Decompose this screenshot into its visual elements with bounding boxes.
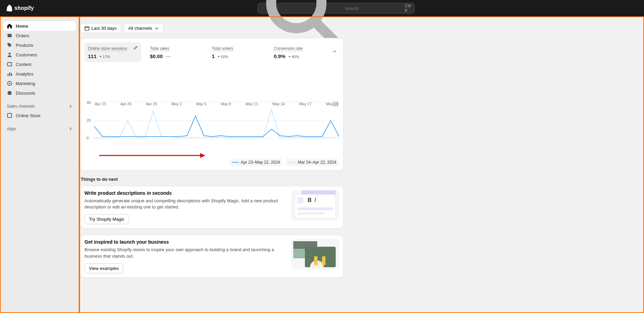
todo-title: Write product descriptions in seconds bbox=[85, 190, 286, 196]
nav-label: Online Store bbox=[16, 113, 40, 118]
nav-label: Orders bbox=[16, 33, 29, 38]
chart-lines bbox=[94, 102, 339, 139]
metric-label: Total orders bbox=[212, 46, 233, 51]
nav-label: Home bbox=[16, 24, 28, 29]
date-range-filter[interactable]: Last 30 days bbox=[80, 23, 121, 33]
metric-total-sales[interactable]: Total sales $0.00— bbox=[146, 42, 203, 62]
svg-point-10 bbox=[8, 91, 12, 95]
nav-label: Analytics bbox=[16, 71, 34, 77]
todo-magic-card: ⋯ Write product descriptions in seconds … bbox=[80, 186, 344, 229]
svg-rect-23 bbox=[297, 212, 325, 215]
svg-rect-5 bbox=[8, 74, 9, 76]
topbar: shopify Ctrl K bbox=[0, 0, 644, 16]
nav-content[interactable]: Content bbox=[3, 59, 76, 69]
nav-customers[interactable]: Customers bbox=[3, 50, 76, 59]
chevron-right-icon bbox=[68, 104, 73, 108]
metric-label: Online store sessions bbox=[88, 46, 127, 51]
svg-text:I: I bbox=[314, 197, 316, 203]
legend-current[interactable]: Apr 23–May 22, 2024 bbox=[229, 159, 283, 166]
nav-analytics[interactable]: Analytics bbox=[3, 69, 76, 79]
nav-home[interactable]: Home bbox=[3, 21, 76, 31]
pencil-icon[interactable] bbox=[133, 45, 138, 51]
section-label: Apps bbox=[7, 126, 16, 131]
analytics-card: Online store sessions 11117% Total sales… bbox=[80, 38, 344, 171]
svg-point-9 bbox=[9, 83, 10, 84]
collapse-icon[interactable] bbox=[332, 49, 339, 55]
main-panel: Last 30 days All channels Online store s… bbox=[79, 16, 644, 313]
calendar-icon bbox=[85, 26, 89, 31]
metric-conversion-rate[interactable]: Conversion rate 0.9%40% bbox=[270, 42, 327, 62]
todo-title: Get inspired to launch your business bbox=[85, 239, 286, 245]
svg-rect-27 bbox=[314, 256, 318, 265]
orders-icon bbox=[7, 33, 12, 38]
search-bar[interactable]: Ctrl K bbox=[257, 3, 415, 14]
metric-delta: 17% bbox=[99, 55, 110, 59]
search-shortcut: Ctrl K bbox=[405, 3, 411, 13]
legend-label: Mar 24–Apr 22, 2024 bbox=[298, 160, 336, 165]
search-input[interactable] bbox=[345, 6, 402, 11]
sessions-chart: 40 20 0 Apr 23Apr 26Apr 29May 2May 5May … bbox=[85, 102, 339, 156]
svg-rect-11 bbox=[8, 113, 12, 118]
discounts-icon bbox=[7, 90, 12, 96]
metric-value: $0.00 bbox=[150, 53, 163, 59]
svg-rect-22 bbox=[297, 207, 333, 210]
metric-total-orders[interactable]: Total orders 150% bbox=[208, 42, 265, 62]
channel-filter[interactable]: All channels bbox=[124, 23, 164, 33]
svg-rect-2 bbox=[8, 34, 12, 37]
todo-desc: Browse existing Shopify stores to inspir… bbox=[85, 247, 286, 259]
metric-label: Conversion rate bbox=[274, 46, 303, 51]
view-examples-button[interactable]: View examples bbox=[85, 263, 123, 273]
metric-value: 1 bbox=[212, 53, 215, 59]
customers-icon bbox=[7, 52, 12, 57]
sales-channels-header[interactable]: Sales channels bbox=[3, 102, 76, 111]
sidebar: Home Orders Products Customers Content A… bbox=[0, 16, 79, 313]
todo-inspire-card: ⋯ Get inspired to launch your business B… bbox=[80, 235, 344, 277]
svg-rect-4 bbox=[8, 63, 12, 66]
shopify-bag-icon bbox=[5, 4, 12, 12]
try-shopify-magic-button[interactable]: Try Shopify Magic bbox=[85, 214, 129, 224]
home-icon bbox=[7, 23, 12, 29]
things-to-do-title: Things to do next bbox=[81, 177, 344, 182]
y-tick: 0 bbox=[87, 136, 89, 140]
legend-previous[interactable]: Mar 24–Apr 22, 2024 bbox=[286, 159, 339, 166]
channel-online-store[interactable]: Online Store bbox=[3, 111, 76, 120]
store-icon bbox=[7, 113, 12, 118]
nav-label: Products bbox=[16, 43, 33, 48]
svg-rect-28 bbox=[322, 256, 325, 265]
legend-label: Apr 23–May 22, 2024 bbox=[241, 160, 280, 165]
filter-label: All channels bbox=[128, 26, 152, 31]
nav-discounts[interactable]: Discounts bbox=[3, 88, 76, 98]
svg-rect-7 bbox=[11, 73, 12, 76]
inspire-illustration bbox=[291, 239, 339, 269]
metric-value: 0.9% bbox=[274, 53, 285, 59]
metric-delta: 50% bbox=[217, 55, 228, 59]
svg-point-3 bbox=[9, 53, 11, 55]
products-icon bbox=[7, 42, 12, 48]
nav-label: Marketing bbox=[16, 81, 35, 86]
magic-illustration: BI bbox=[291, 190, 339, 220]
shopify-logo[interactable]: shopify bbox=[5, 4, 34, 12]
metric-label: Total sales bbox=[150, 46, 169, 51]
nav-label: Customers bbox=[16, 52, 37, 57]
y-tick: 40 bbox=[87, 100, 91, 105]
brand-text: shopify bbox=[14, 5, 34, 11]
metric-delta: — bbox=[166, 53, 171, 59]
chevron-right-icon bbox=[68, 127, 73, 131]
metric-sessions[interactable]: Online store sessions 11117% bbox=[85, 42, 141, 62]
metric-value: 111 bbox=[88, 53, 96, 59]
nav-orders[interactable]: Orders bbox=[3, 31, 76, 40]
svg-rect-19 bbox=[297, 197, 304, 203]
analytics-icon bbox=[7, 71, 12, 77]
metric-delta: 40% bbox=[288, 55, 299, 59]
svg-rect-6 bbox=[9, 72, 10, 76]
nav-label: Content bbox=[16, 62, 31, 67]
todo-desc: Automatically generate unique and compel… bbox=[85, 198, 286, 210]
marketing-icon bbox=[7, 81, 12, 86]
section-label: Sales channels bbox=[7, 104, 35, 109]
chevron-down-icon bbox=[154, 26, 159, 31]
nav-products[interactable]: Products bbox=[3, 40, 76, 50]
y-tick: 20 bbox=[87, 118, 91, 122]
apps-header[interactable]: Apps bbox=[3, 124, 76, 133]
nav-marketing[interactable]: Marketing bbox=[3, 79, 76, 88]
content-icon bbox=[7, 62, 12, 67]
